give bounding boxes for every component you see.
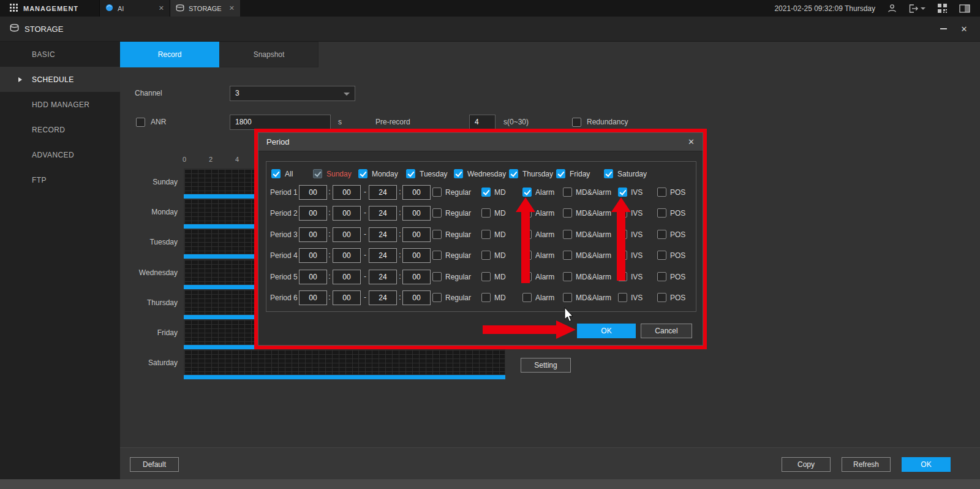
md-checkbox[interactable]	[481, 293, 491, 302]
md-alarm-checkbox[interactable]	[563, 208, 572, 218]
regular-checkbox[interactable]	[432, 293, 442, 302]
copy-button[interactable]: Copy	[782, 457, 831, 472]
monday-checkbox[interactable]	[358, 169, 368, 178]
end-minute-input[interactable]: 00	[402, 290, 431, 305]
anr-checkbox[interactable]	[136, 118, 145, 127]
end-hour-input[interactable]: 24	[369, 185, 397, 200]
end-minute-input[interactable]: 00	[402, 270, 431, 284]
regular-checkbox[interactable]	[432, 230, 442, 239]
md-alarm-checkbox[interactable]	[563, 188, 572, 197]
md-checkbox[interactable]	[481, 230, 491, 239]
regular-checkbox[interactable]	[432, 208, 442, 218]
wednesday-checkbox[interactable]	[454, 169, 463, 178]
dialog-cancel-button[interactable]: Cancel	[641, 324, 692, 338]
schedule-row-saturday[interactable]	[184, 349, 505, 379]
logout-caret-icon[interactable]	[921, 7, 925, 10]
sidebar-item-record[interactable]: RECORD	[0, 117, 120, 142]
alarm-checkbox[interactable]	[522, 293, 532, 302]
ok-button[interactable]: OK	[902, 457, 951, 472]
md-checkbox[interactable]	[481, 251, 491, 260]
close-storage-tab-icon[interactable]	[229, 5, 235, 12]
regular-checkbox[interactable]	[432, 272, 442, 281]
sunday-checkbox[interactable]	[313, 169, 322, 178]
regular-checkbox[interactable]	[432, 188, 442, 197]
ivs-checkbox[interactable]	[618, 230, 627, 239]
tab-ai[interactable]: AI	[99, 0, 170, 17]
start-minute-input[interactable]: 00	[333, 248, 361, 263]
saturday-checkbox[interactable]	[604, 169, 613, 178]
refresh-button[interactable]: Refresh	[842, 457, 891, 472]
start-hour-input[interactable]: 00	[299, 206, 327, 221]
pos-checkbox[interactable]	[657, 208, 666, 218]
regular-checkbox[interactable]	[432, 251, 442, 260]
end-hour-input[interactable]: 24	[369, 290, 397, 305]
qr-code-icon[interactable]	[938, 4, 947, 13]
start-hour-input[interactable]: 00	[299, 185, 327, 200]
sidebar-item-schedule[interactable]: SCHEDULE	[0, 67, 120, 92]
logout-icon[interactable]	[909, 4, 925, 13]
ivs-checkbox[interactable]	[618, 208, 627, 218]
anr-input[interactable]: 1800	[230, 115, 331, 130]
end-minute-input[interactable]: 00	[402, 227, 431, 242]
md-alarm-checkbox[interactable]	[563, 272, 572, 281]
pos-checkbox[interactable]	[657, 230, 666, 239]
dialog-close-icon[interactable]	[688, 138, 695, 146]
md-alarm-checkbox[interactable]	[563, 293, 572, 302]
start-hour-input[interactable]: 00	[299, 270, 327, 284]
end-hour-input[interactable]: 24	[369, 270, 397, 284]
display-mode-icon[interactable]	[959, 4, 970, 13]
md-checkbox[interactable]	[481, 272, 491, 281]
close-ai-tab-icon[interactable]	[159, 5, 164, 12]
ivs-checkbox[interactable]	[618, 293, 627, 302]
sidebar-item-hdd-manager[interactable]: HDD MANAGER	[0, 92, 120, 117]
tab-snapshot[interactable]: Snapshot	[219, 42, 318, 67]
schedule-grid[interactable]	[184, 349, 505, 375]
end-hour-input[interactable]: 24	[369, 248, 397, 263]
default-button[interactable]: Default	[130, 457, 179, 472]
user-icon[interactable]	[888, 4, 897, 13]
start-hour-input[interactable]: 00	[299, 290, 327, 305]
tab-record[interactable]: Record	[120, 42, 219, 67]
ivs-checkbox[interactable]	[618, 188, 627, 197]
pre-record-input[interactable]: 4	[469, 115, 496, 130]
end-hour-input[interactable]: 24	[369, 227, 397, 242]
pos-checkbox[interactable]	[657, 293, 666, 302]
pos-checkbox[interactable]	[657, 272, 666, 281]
start-hour-input[interactable]: 00	[299, 248, 327, 263]
end-minute-input[interactable]: 00	[402, 185, 431, 200]
minimize-button[interactable]	[936, 21, 951, 36]
start-minute-input[interactable]: 00	[333, 206, 361, 221]
ivs-checkbox[interactable]	[618, 251, 627, 260]
sidebar-item-ftp[interactable]: FTP	[0, 167, 120, 192]
sidebar-item-advanced[interactable]: ADVANCED	[0, 142, 120, 167]
sidebar-item-basic[interactable]: BASIC	[0, 42, 120, 67]
start-minute-input[interactable]: 00	[333, 290, 361, 305]
md-checkbox[interactable]	[481, 188, 491, 197]
pos-checkbox[interactable]	[657, 188, 666, 197]
tab-storage[interactable]: STORAGE	[170, 0, 240, 17]
alarm-checkbox[interactable]	[522, 188, 532, 197]
start-hour-input[interactable]: 00	[299, 227, 327, 242]
start-minute-input[interactable]: 00	[333, 185, 361, 200]
end-minute-input[interactable]: 00	[402, 206, 431, 221]
alarm-checkbox[interactable]	[522, 272, 532, 281]
start-minute-input[interactable]: 00	[333, 227, 361, 242]
alarm-checkbox[interactable]	[522, 230, 532, 239]
ivs-checkbox[interactable]	[618, 272, 627, 281]
channel-select[interactable]: 3	[230, 86, 355, 101]
md-alarm-checkbox[interactable]	[563, 251, 572, 260]
end-hour-input[interactable]: 24	[369, 206, 397, 221]
alarm-checkbox[interactable]	[522, 208, 532, 218]
dialog-ok-button[interactable]: OK	[577, 324, 636, 338]
all-checkbox[interactable]	[271, 169, 281, 178]
thursday-checkbox[interactable]	[509, 169, 518, 178]
md-checkbox[interactable]	[481, 208, 491, 218]
friday-checkbox[interactable]	[556, 169, 565, 178]
tuesday-checkbox[interactable]	[406, 169, 415, 178]
setting-button[interactable]: Setting	[521, 358, 571, 373]
redundancy-checkbox[interactable]	[572, 118, 581, 127]
alarm-checkbox[interactable]	[522, 251, 532, 260]
start-minute-input[interactable]: 00	[333, 270, 361, 284]
end-minute-input[interactable]: 00	[402, 248, 431, 263]
management-menu[interactable]: MANAGEMENT	[0, 0, 99, 17]
